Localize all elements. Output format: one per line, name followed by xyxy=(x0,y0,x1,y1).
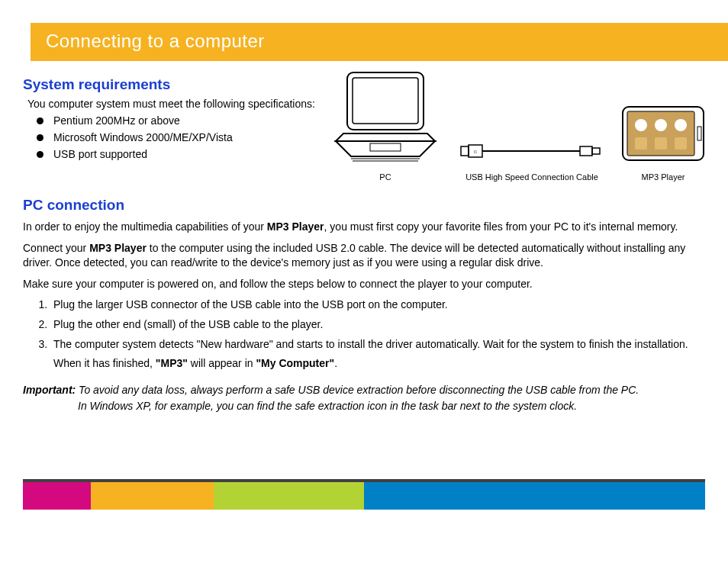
svg-point-12 xyxy=(635,119,647,131)
stripe-green xyxy=(214,482,364,510)
svg-point-14 xyxy=(675,119,687,131)
svg-rect-18 xyxy=(697,127,701,140)
important-note: Important: To avoid any data loss, alway… xyxy=(23,382,705,414)
list-item: Pentium 200MHz or above xyxy=(37,114,321,127)
pcconn-p1: In order to enjoy the multimedia capabil… xyxy=(23,220,705,235)
list-item: Plug the larger USB connector of the USB… xyxy=(50,298,705,313)
list-item: Microsoft Windows 2000/ME/XP/Vista xyxy=(37,131,321,143)
svg-rect-15 xyxy=(635,137,647,150)
svg-rect-5 xyxy=(461,146,469,156)
page-title: Connecting to a computer xyxy=(31,23,728,61)
pcconn-p3: Make sure your computer is powered on, a… xyxy=(23,277,705,292)
svg-rect-8 xyxy=(580,146,592,156)
svg-rect-16 xyxy=(655,137,667,150)
list-item: Plug the other end (small) of the USB ca… xyxy=(50,317,705,333)
pc-label: PC xyxy=(379,172,391,182)
pcconn-p2: Connect your MP3 Player to the computer … xyxy=(23,241,705,271)
svg-rect-0 xyxy=(347,72,424,130)
sysreq-list: Pentium 200MHz or above Microsoft Window… xyxy=(37,114,321,160)
svg-rect-17 xyxy=(675,137,687,150)
stripe-orange xyxy=(91,482,214,510)
pcconn-heading: PC connection xyxy=(23,197,705,214)
sysreq-heading: System requirements xyxy=(23,76,321,93)
mp3-label: MP3 Player xyxy=(642,172,685,182)
svg-rect-1 xyxy=(353,78,418,124)
svg-rect-9 xyxy=(592,148,600,154)
mp3-illustration: MP3 Player xyxy=(621,99,705,182)
pc-illustration: PC xyxy=(328,69,443,182)
cable-label: USB High Speed Connection Cable xyxy=(465,172,598,182)
list-item: The computer system detects "New hardwar… xyxy=(50,337,705,372)
cable-illustration: ⎌ USB High Speed Connection Cable xyxy=(459,137,604,182)
stripe-blue xyxy=(364,482,705,510)
connection-diagram: PC ⎌ USB High Speed Connection Cable xyxy=(328,61,705,182)
steps-list: Plug the larger USB connector of the USB… xyxy=(23,298,705,371)
list-item: USB port supported xyxy=(37,148,321,160)
svg-point-13 xyxy=(655,119,667,131)
svg-rect-2 xyxy=(370,143,401,151)
sysreq-intro: You computer system must meet the follow… xyxy=(27,98,321,110)
svg-text:⎌: ⎌ xyxy=(474,149,477,154)
stripe-magenta xyxy=(23,482,91,510)
footer-stripe xyxy=(23,479,705,510)
